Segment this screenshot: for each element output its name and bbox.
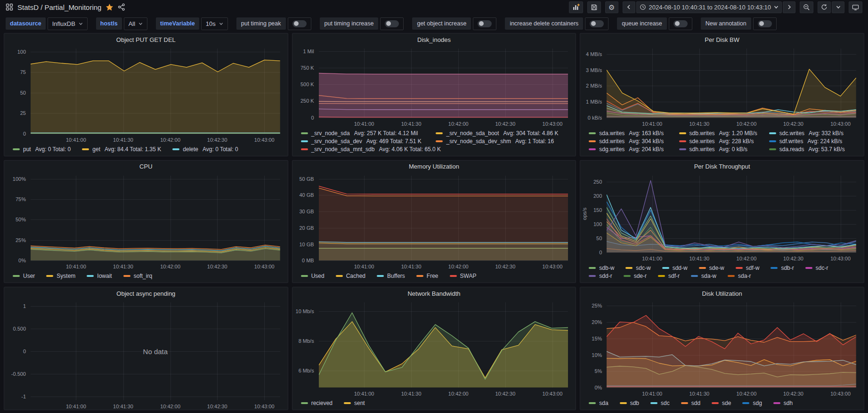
legend-item[interactable]: _srv_node_sda_dev_shmAvg: 1 Total: 16 [436,138,571,145]
legend-item[interactable]: sda.writesAvg: 163 kB/s [589,130,679,137]
legend-item[interactable]: User [13,273,35,279]
panel-object-async-pending: Object async pending -1-0.50000.500110:4… [4,287,288,410]
legend-item[interactable]: _srv_node_sda_mnt_sdbAvg: 4.06 K Total: … [301,146,442,153]
switch-off [758,20,772,27]
legend-item[interactable]: sdd-w [662,265,688,271]
y-axis-tick-label: 20 GB [299,225,314,231]
legend-item[interactable]: sda-r [728,273,751,279]
plot-area[interactable]: 0%25%50%75%100%10:41:0010:41:3010:42:001… [31,176,280,261]
legend-item[interactable]: sdd-r [589,273,612,279]
legend-series-stats: Avg: 304 kB/s [629,138,664,145]
legend-item[interactable]: sdc-w [625,265,650,271]
legend-item[interactable]: _srv_node_sdaAvg: 257 K Total: 4.12 Mil [301,130,436,137]
breadcrumb[interactable]: StatsD / Partial_Monitoring [17,3,101,11]
legend-item[interactable]: sde-w [699,265,724,271]
legend-item[interactable]: System [46,273,75,279]
legend-item[interactable]: sda-w [691,273,716,279]
legend-item[interactable]: sde.writesAvg: 228 kB/s [679,138,769,145]
toggle-switch[interactable] [288,17,311,30]
refresh-button[interactable] [818,1,831,13]
legend-item[interactable]: sdh [773,400,793,406]
toggle-switch[interactable] [669,17,692,30]
plot-area[interactable]: 025507510010:41:0010:41:3010:42:0010:42:… [31,49,280,134]
time-shift-back-button[interactable] [623,1,635,13]
legend-item[interactable]: sdb.writesAvg: 1.20 MB/s [679,130,769,137]
y-axis-tick-label: 25 [20,110,26,116]
legend-item[interactable]: sdf-w [736,265,760,271]
cycle-view-mode-button[interactable] [849,1,862,13]
legend-item[interactable]: sdb-w [589,265,614,271]
toggle-switch[interactable] [473,17,496,30]
legend-item[interactable]: sda [589,400,608,406]
x-axis-tick-label: 10:41:00 [642,256,662,261]
dashboards-grid-icon[interactable] [6,3,13,11]
panel-title[interactable]: CPU [4,161,288,173]
panel-title[interactable]: Disk Utilization [580,287,864,300]
plot-area[interactable]: 0 MB10 GB20 GB30 GB40 GB50 GB10:41:0010:… [319,176,568,261]
plot-area[interactable]: -1-0.50000.500110:41:0010:41:3010:42:001… [31,302,280,400]
time-range-picker[interactable]: 2024-08-10 10:40:31 to 2024-08-10 10:43:… [636,1,782,13]
legend-item[interactable]: Cached [336,273,365,279]
legend-item[interactable]: Free [416,273,438,279]
legend-item[interactable]: sdd [681,400,700,406]
legend-item[interactable]: sdb [620,400,639,406]
legend-item[interactable]: sdg.writesAvg: 204 kB/s [589,146,679,153]
add-panel-button[interactable] [569,1,583,13]
panel-title[interactable]: Per Disk BW [580,33,864,46]
legend-series-name: sda-w [701,273,716,279]
x-axis-tick-label: 10:42:00 [160,264,180,269]
legend-item[interactable]: recieved [301,400,333,406]
legend-item[interactable]: sdd.writesAvg: 304 kB/s [589,138,679,145]
legend-item[interactable]: sdc [650,400,670,406]
legend-item[interactable]: Used [301,273,324,279]
toggle-get-object-increase: get object increase [412,17,496,30]
plot-area[interactable]: 0250 K500 K750 K1 Mil10:41:0010:41:3010:… [319,49,568,118]
legend-item[interactable]: Iowait [87,273,112,279]
zoom-out-button[interactable] [800,1,813,13]
legend-item[interactable]: sde [712,400,731,406]
save-dashboard-button[interactable] [587,1,601,13]
panel-title[interactable]: Disk_inodes [292,33,576,46]
plot-area[interactable]: 05010015020025010:41:0010:41:3010:42:001… [607,176,856,253]
toggle-switch[interactable] [585,17,608,30]
legend-item[interactable]: SWAP [450,273,477,279]
favorite-star-icon[interactable] [105,3,114,11]
plot-area[interactable]: 0%5%10%15%20%25%10:41:0010:41:3010:42:00… [607,302,856,388]
toggle-switch[interactable] [753,17,777,30]
panel-title[interactable]: Network Bandwidth [292,287,576,300]
legend-item[interactable]: sdc.writesAvg: 332 kB/s [769,130,859,137]
panel-title[interactable]: Per Disk Throughput [580,161,864,173]
dashboard-settings-button[interactable]: ⚙ [605,1,618,13]
legend-item[interactable]: Buffers [377,273,405,279]
time-shift-forward-button[interactable] [783,1,795,13]
legend-item[interactable]: deleteAvg: 0 Total: 0 [172,146,238,153]
variable-value-dropdown[interactable]: InfluxDB [48,17,88,30]
y-axis-tick-label: 50 [20,90,26,96]
legend-item[interactable]: sdf.writesAvg: 224 kB/s [769,138,859,145]
legend-item[interactable]: sde-r [624,273,647,279]
legend-item[interactable]: sda.readsAvg: 53.7 kB/s [769,146,859,153]
legend-item[interactable]: getAvg: 84.4 Total: 1.35 K [82,146,161,153]
legend-item[interactable]: sdc-r [805,265,828,271]
panel-title[interactable]: Object PUT GET DEL [4,33,288,46]
legend-item[interactable]: sdh.writesAvg: 0 kB/s [679,146,769,153]
plot-area[interactable]: 6 Mb/s8 Mb/s10 Mb/s10:41:0010:41:3010:42… [319,302,568,388]
legend-series-name: sdd-w [673,265,688,271]
legend-item[interactable]: _srv_node_sda_bootAvg: 304 Total: 4.86 K [436,130,571,137]
legend-item[interactable]: _srv_node_sda_devAvg: 469 Total: 7.51 K [301,138,436,145]
legend-item[interactable]: soft_irq [123,273,152,279]
y-axis-tick-label: 750 K [300,65,314,71]
legend-item[interactable]: sdb-r [771,265,794,271]
legend-item[interactable]: putAvg: 0 Total: 0 [13,146,71,153]
refresh-interval-dropdown[interactable] [832,1,844,13]
share-icon[interactable] [118,3,125,11]
legend-item[interactable]: sdf-r [658,273,680,279]
toggle-switch[interactable] [380,17,404,30]
variable-value-dropdown[interactable]: All [124,17,147,30]
variable-value-dropdown[interactable]: 10s [201,17,228,30]
legend-item[interactable]: sent [344,400,365,406]
panel-title[interactable]: Memory Utilization [292,161,576,173]
panel-title[interactable]: Object async pending [4,287,288,300]
plot-area[interactable]: 0 kB/s1 MB/s2 MB/s3 MB/s4 MB/s10:41:0010… [607,49,856,118]
legend-item[interactable]: sdg [742,400,762,406]
